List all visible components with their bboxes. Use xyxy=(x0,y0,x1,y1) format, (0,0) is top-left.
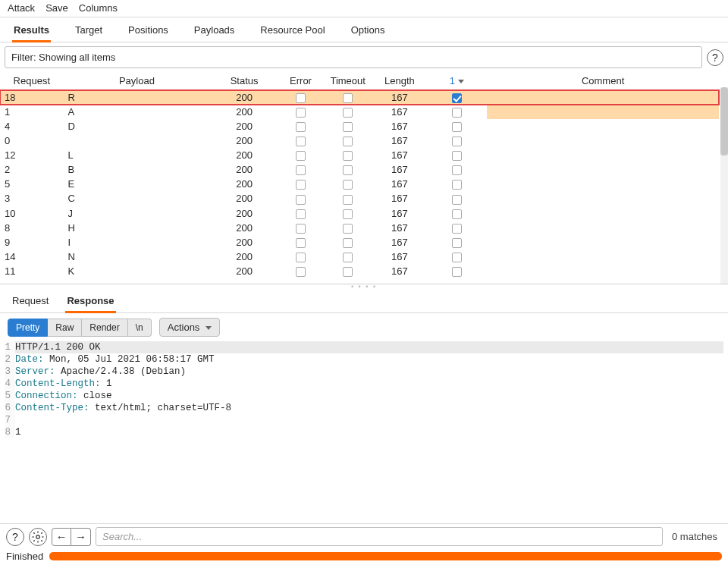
checkbox-icon[interactable] xyxy=(452,253,462,262)
checkbox-icon[interactable] xyxy=(452,180,462,190)
checkbox-icon[interactable] xyxy=(343,122,353,132)
help-icon[interactable]: ? xyxy=(707,49,723,66)
checkbox-icon[interactable] xyxy=(296,180,306,190)
col-grep1[interactable]: 1 xyxy=(427,72,488,90)
table-row[interactable]: 11K200167 xyxy=(0,264,719,278)
tab-results[interactable]: Results xyxy=(12,22,51,42)
status-label: Finished xyxy=(6,551,43,562)
col-payload[interactable]: Payload xyxy=(64,72,211,90)
filter-input[interactable]: Filter: Showing all items xyxy=(5,46,702,68)
checkbox-icon[interactable] xyxy=(343,238,353,248)
help-icon-bottom[interactable]: ? xyxy=(6,528,24,546)
checkbox-icon[interactable] xyxy=(343,108,353,118)
view-raw[interactable]: Raw xyxy=(48,319,82,337)
menu-columns[interactable]: Columns xyxy=(79,2,118,14)
checkbox-icon[interactable] xyxy=(452,108,462,118)
message-tabs: Request Response xyxy=(0,289,728,313)
checkbox-icon[interactable] xyxy=(343,151,353,161)
table-row[interactable]: 9I200167 xyxy=(0,235,719,250)
response-line: Connection: close xyxy=(15,390,723,402)
col-status[interactable]: Status xyxy=(210,72,278,90)
response-line: 1 xyxy=(15,426,723,438)
menu-save[interactable]: Save xyxy=(46,2,68,14)
table-row[interactable]: 14N200167 xyxy=(0,250,719,264)
tab-positions[interactable]: Positions xyxy=(127,22,170,42)
checkbox-icon[interactable] xyxy=(343,165,353,175)
response-line: Date: Mon, 05 Jul 2021 06:58:17 GMT xyxy=(15,353,723,366)
tab-payloads[interactable]: Payloads xyxy=(193,22,236,42)
table-row[interactable]: 8H200167 xyxy=(0,221,719,235)
subtab-request[interactable]: Request xyxy=(11,293,50,312)
checkbox-icon[interactable] xyxy=(343,195,353,205)
col-length[interactable]: Length xyxy=(372,72,426,90)
checkbox-icon[interactable] xyxy=(452,224,462,234)
subtab-response[interactable]: Response xyxy=(65,293,115,313)
search-next-button[interactable]: → xyxy=(71,528,91,546)
line-number: 6 xyxy=(5,402,15,414)
checkbox-icon[interactable] xyxy=(452,93,462,103)
checkbox-icon[interactable] xyxy=(296,122,306,132)
table-row[interactable]: 18R200167 xyxy=(0,90,719,105)
actions-menu[interactable]: Actions xyxy=(159,318,220,337)
search-input[interactable]: Search... xyxy=(96,527,663,546)
view-pretty[interactable]: Pretty xyxy=(8,319,48,337)
response-line: Server: Apache/2.4.38 (Debian) xyxy=(15,366,723,378)
checkbox-icon[interactable] xyxy=(343,224,353,234)
checkbox-icon[interactable] xyxy=(452,151,462,161)
view-newline[interactable]: \n xyxy=(128,319,152,337)
col-timeout[interactable]: Timeout xyxy=(323,72,372,90)
checkbox-icon[interactable] xyxy=(343,209,353,219)
checkbox-icon[interactable] xyxy=(296,165,306,175)
tab-options[interactable]: Options xyxy=(350,22,387,42)
checkbox-icon[interactable] xyxy=(343,253,353,262)
checkbox-icon[interactable] xyxy=(296,253,306,262)
checkbox-icon[interactable] xyxy=(343,267,353,277)
checkbox-icon[interactable] xyxy=(452,122,462,132)
response-editor[interactable]: 1HTTP/1.1 200 OK2Date: Mon, 05 Jul 2021 … xyxy=(0,341,728,523)
checkbox-icon[interactable] xyxy=(343,180,353,190)
table-row[interactable]: 1A200167 xyxy=(0,105,719,119)
line-number: 7 xyxy=(5,414,15,426)
table-row[interactable]: 3C200167 xyxy=(0,191,719,206)
vertical-scrollbar[interactable] xyxy=(720,87,728,284)
checkbox-icon[interactable] xyxy=(452,137,462,146)
checkbox-icon[interactable] xyxy=(296,267,306,277)
checkbox-icon[interactable] xyxy=(296,238,306,248)
table-row[interactable]: 10J200167 xyxy=(0,206,719,221)
checkbox-icon[interactable] xyxy=(452,267,462,277)
table-row[interactable]: 12L200167 xyxy=(0,148,719,162)
table-row[interactable]: 2B200167 xyxy=(0,162,719,177)
menu-attack[interactable]: Attack xyxy=(8,2,35,14)
checkbox-icon[interactable] xyxy=(343,93,353,103)
view-render[interactable]: Render xyxy=(82,319,127,337)
table-row[interactable]: 4D200167 xyxy=(0,119,719,133)
tab-target[interactable]: Target xyxy=(74,22,104,42)
checkbox-icon[interactable] xyxy=(452,195,462,205)
tab-resource-pool[interactable]: Resource Pool xyxy=(259,22,326,42)
checkbox-icon[interactable] xyxy=(296,93,306,103)
filter-row: Filter: Showing all items ? xyxy=(0,42,728,72)
checkbox-icon[interactable] xyxy=(452,209,462,219)
checkbox-icon[interactable] xyxy=(296,195,306,205)
checkbox-icon[interactable] xyxy=(296,209,306,219)
col-comment[interactable]: Comment xyxy=(487,72,719,90)
response-line: Content-Length: 1 xyxy=(15,378,723,390)
table-row[interactable]: 5E200167 xyxy=(0,177,719,191)
checkbox-icon[interactable] xyxy=(296,151,306,161)
checkbox-icon[interactable] xyxy=(296,224,306,234)
col-request[interactable]: Request xyxy=(0,72,64,90)
table-row[interactable]: 0200167 xyxy=(0,133,719,148)
search-prev-button[interactable]: ← xyxy=(52,528,71,546)
checkbox-icon[interactable] xyxy=(296,108,306,118)
checkbox-icon[interactable] xyxy=(452,165,462,175)
line-number: 5 xyxy=(5,390,15,402)
gear-icon[interactable] xyxy=(29,528,47,546)
checkbox-icon[interactable] xyxy=(343,137,353,146)
scrollbar-thumb[interactable] xyxy=(720,87,728,155)
checkbox-icon[interactable] xyxy=(296,137,306,146)
svg-point-0 xyxy=(36,535,40,538)
menubar: Attack Save Columns xyxy=(0,0,728,17)
checkbox-icon[interactable] xyxy=(452,238,462,248)
col-error[interactable]: Error xyxy=(278,72,323,90)
results-table: Request Payload Status Error Timeout Len… xyxy=(0,72,719,278)
